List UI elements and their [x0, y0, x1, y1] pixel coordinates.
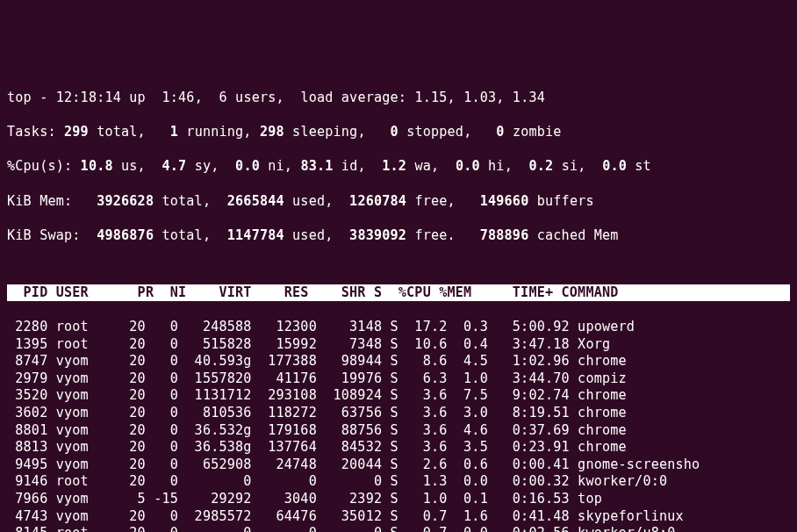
process-row[interactable]: 7966 vyom 5 -15 29292 3040 2392 S 1.0 0.…	[7, 491, 790, 508]
process-row[interactable]: 8145 root 20 0 0 0 0 S 0.7 0.0 0:02.56 k…	[7, 525, 790, 532]
summary-line-tasks: Tasks: 299 total, 1 running, 298 sleepin…	[7, 124, 790, 141]
summary-line-mem: KiB Mem: 3926628 total, 2665844 used, 12…	[7, 193, 790, 211]
process-row[interactable]: 3602 vyom 20 0 810536 118272 63756 S 3.6…	[7, 405, 790, 422]
process-row[interactable]: 3520 vyom 20 0 1131712 293108 108924 S 3…	[7, 387, 790, 405]
process-row[interactable]: 8747 vyom 20 0 40.593g 177388 98944 S 8.…	[7, 353, 790, 370]
process-row[interactable]: 8813 vyom 20 0 36.538g 137764 84532 S 3.…	[7, 439, 790, 457]
summary-line-cpu: %Cpu(s): 10.8 us, 4.7 sy, 0.0 ni, 83.1 i…	[7, 158, 790, 176]
process-row[interactable]: 2280 root 20 0 248588 12300 3148 S 17.2 …	[7, 319, 790, 336]
process-row[interactable]: 8801 vyom 20 0 36.532g 179168 88756 S 3.…	[7, 422, 790, 440]
process-table-header[interactable]: PID USER PR NI VIRT RES SHR S %CPU %MEM …	[7, 284, 790, 302]
process-row[interactable]: 9495 vyom 20 0 652908 24748 20044 S 2.6 …	[7, 457, 790, 474]
process-row[interactable]: 2979 vyom 20 0 1557820 41176 19976 S 6.3…	[7, 370, 790, 388]
process-table-body: 2280 root 20 0 248588 12300 3148 S 17.2 …	[7, 319, 790, 532]
summary-line-swap: KiB Swap: 4986876 total, 1147784 used, 3…	[7, 227, 790, 245]
process-row[interactable]: 4743 vyom 20 0 2985572 64476 35012 S 0.7…	[7, 508, 790, 526]
summary-line-uptime: top - 12:18:14 up 1:46, 6 users, load av…	[7, 90, 790, 107]
top-summary: top - 12:18:14 up 1:46, 6 users, load av…	[7, 72, 790, 262]
process-row[interactable]: 1395 root 20 0 515828 15992 7348 S 10.6 …	[7, 336, 790, 354]
process-row[interactable]: 9146 root 20 0 0 0 0 S 1.3 0.0 0:00.32 k…	[7, 473, 790, 491]
